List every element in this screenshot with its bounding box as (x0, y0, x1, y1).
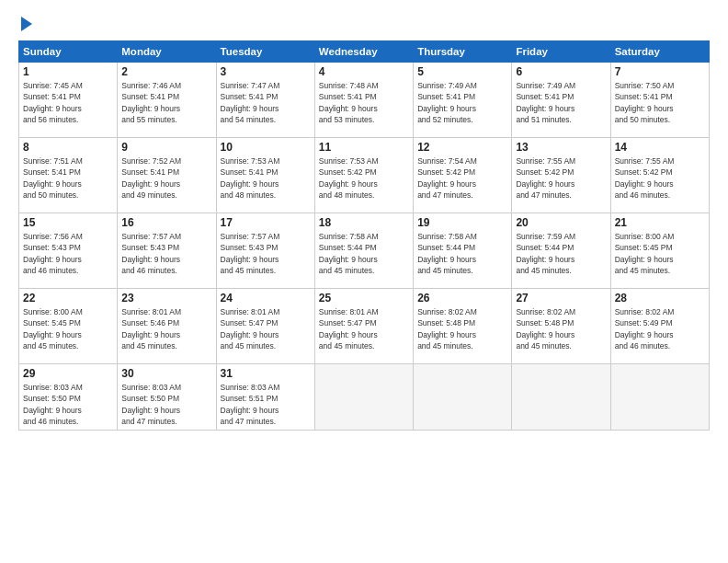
calendar-cell: 8Sunrise: 7:51 AM Sunset: 5:41 PM Daylig… (19, 138, 118, 213)
calendar-cell: 9Sunrise: 7:52 AM Sunset: 5:41 PM Daylig… (118, 138, 216, 213)
day-number: 30 (121, 367, 211, 380)
calendar-cell: 17Sunrise: 7:57 AM Sunset: 5:43 PM Dayli… (216, 213, 314, 289)
day-number: 31 (221, 367, 311, 380)
calendar-cell: 18Sunrise: 7:58 AM Sunset: 5:44 PM Dayli… (314, 213, 413, 289)
day-info: Sunrise: 7:56 AM Sunset: 5:43 PM Dayligh… (23, 231, 113, 276)
calendar-week-row: 15Sunrise: 7:56 AM Sunset: 5:43 PM Dayli… (19, 213, 710, 289)
day-number: 18 (319, 216, 409, 229)
day-info: Sunrise: 8:02 AM Sunset: 5:48 PM Dayligh… (516, 306, 606, 351)
calendar-cell: 1Sunrise: 7:45 AM Sunset: 5:41 PM Daylig… (19, 63, 118, 138)
day-number: 5 (417, 65, 507, 78)
day-number: 10 (221, 141, 311, 154)
calendar-cell: 27Sunrise: 8:02 AM Sunset: 5:48 PM Dayli… (512, 289, 610, 364)
day-info: Sunrise: 7:52 AM Sunset: 5:41 PM Dayligh… (121, 155, 211, 201)
weekday-header-monday: Monday (118, 41, 216, 63)
weekday-header-thursday: Thursday (414, 41, 512, 63)
day-info: Sunrise: 7:55 AM Sunset: 5:42 PM Dayligh… (516, 155, 606, 201)
calendar-cell: 7Sunrise: 7:50 AM Sunset: 5:41 PM Daylig… (610, 63, 709, 138)
day-info: Sunrise: 7:57 AM Sunset: 5:43 PM Dayligh… (121, 231, 211, 276)
day-number: 8 (23, 141, 113, 154)
day-number: 1 (23, 65, 113, 78)
calendar-cell: 4Sunrise: 7:48 AM Sunset: 5:41 PM Daylig… (314, 63, 413, 138)
day-number: 26 (417, 292, 507, 304)
day-info: Sunrise: 7:47 AM Sunset: 5:41 PM Dayligh… (221, 80, 311, 125)
day-info: Sunrise: 8:00 AM Sunset: 5:45 PM Dayligh… (615, 231, 705, 276)
day-info: Sunrise: 7:57 AM Sunset: 5:43 PM Dayligh… (221, 231, 311, 276)
calendar-table: SundayMondayTuesdayWednesdayThursdayFrid… (18, 40, 710, 431)
day-info: Sunrise: 7:58 AM Sunset: 5:44 PM Dayligh… (417, 231, 507, 276)
day-info: Sunrise: 7:59 AM Sunset: 5:44 PM Dayligh… (516, 231, 606, 276)
calendar-week-row: 8Sunrise: 7:51 AM Sunset: 5:41 PM Daylig… (19, 138, 710, 213)
day-info: Sunrise: 7:50 AM Sunset: 5:41 PM Dayligh… (615, 80, 705, 125)
calendar-cell: 2Sunrise: 7:46 AM Sunset: 5:41 PM Daylig… (118, 63, 216, 138)
day-info: Sunrise: 7:45 AM Sunset: 5:41 PM Dayligh… (23, 80, 113, 125)
weekday-header-wednesday: Wednesday (314, 41, 413, 63)
day-number: 29 (23, 367, 113, 380)
calendar-cell: 15Sunrise: 7:56 AM Sunset: 5:43 PM Dayli… (19, 213, 118, 289)
day-info: Sunrise: 7:49 AM Sunset: 5:41 PM Dayligh… (417, 80, 507, 125)
day-number: 28 (615, 292, 705, 304)
day-number: 11 (319, 141, 409, 154)
day-number: 4 (319, 65, 409, 78)
calendar-cell: 25Sunrise: 8:01 AM Sunset: 5:47 PM Dayli… (314, 289, 413, 364)
calendar-cell: 13Sunrise: 7:55 AM Sunset: 5:42 PM Dayli… (512, 138, 610, 213)
day-info: Sunrise: 8:03 AM Sunset: 5:50 PM Dayligh… (121, 382, 211, 427)
calendar-cell: 22Sunrise: 8:00 AM Sunset: 5:45 PM Dayli… (19, 289, 118, 364)
calendar-cell: 11Sunrise: 7:53 AM Sunset: 5:42 PM Dayli… (314, 138, 413, 213)
weekday-header-friday: Friday (512, 41, 610, 63)
day-number: 6 (516, 65, 606, 78)
day-number: 15 (23, 216, 113, 229)
day-info: Sunrise: 8:01 AM Sunset: 5:47 PM Dayligh… (319, 306, 409, 351)
calendar-cell: 6Sunrise: 7:49 AM Sunset: 5:41 PM Daylig… (512, 63, 610, 138)
day-info: Sunrise: 7:53 AM Sunset: 5:41 PM Dayligh… (221, 155, 311, 201)
day-info: Sunrise: 8:03 AM Sunset: 5:50 PM Dayligh… (23, 382, 113, 427)
calendar-cell: 19Sunrise: 7:58 AM Sunset: 5:44 PM Dayli… (414, 213, 512, 289)
day-number: 16 (121, 216, 211, 229)
weekday-header-row: SundayMondayTuesdayWednesdayThursdayFrid… (19, 41, 710, 63)
calendar-cell: 26Sunrise: 8:02 AM Sunset: 5:48 PM Dayli… (414, 289, 512, 364)
day-number: 9 (121, 141, 211, 154)
calendar-cell: 3Sunrise: 7:47 AM Sunset: 5:41 PM Daylig… (216, 63, 314, 138)
calendar-cell (610, 364, 709, 431)
day-info: Sunrise: 8:02 AM Sunset: 5:48 PM Dayligh… (417, 306, 507, 351)
weekday-header-sunday: Sunday (19, 41, 118, 63)
day-info: Sunrise: 7:54 AM Sunset: 5:42 PM Dayligh… (417, 155, 507, 201)
calendar-page: SundayMondayTuesdayWednesdayThursdayFrid… (0, 0, 728, 563)
day-number: 3 (221, 65, 311, 78)
calendar-cell: 14Sunrise: 7:55 AM Sunset: 5:42 PM Dayli… (610, 138, 709, 213)
day-number: 20 (516, 216, 606, 229)
day-number: 19 (417, 216, 507, 229)
calendar-week-row: 29Sunrise: 8:03 AM Sunset: 5:50 PM Dayli… (19, 364, 710, 431)
day-number: 21 (615, 216, 705, 229)
day-number: 2 (121, 65, 211, 78)
calendar-cell: 21Sunrise: 8:00 AM Sunset: 5:45 PM Dayli… (610, 213, 709, 289)
calendar-cell (414, 364, 512, 431)
calendar-cell: 10Sunrise: 7:53 AM Sunset: 5:41 PM Dayli… (216, 138, 314, 213)
calendar-cell: 16Sunrise: 7:57 AM Sunset: 5:43 PM Dayli… (118, 213, 216, 289)
calendar-cell: 20Sunrise: 7:59 AM Sunset: 5:44 PM Dayli… (512, 213, 610, 289)
day-info: Sunrise: 7:49 AM Sunset: 5:41 PM Dayligh… (516, 80, 606, 125)
day-info: Sunrise: 7:55 AM Sunset: 5:42 PM Dayligh… (615, 155, 705, 201)
calendar-cell: 28Sunrise: 8:02 AM Sunset: 5:49 PM Dayli… (610, 289, 709, 364)
day-info: Sunrise: 7:53 AM Sunset: 5:42 PM Dayligh… (319, 155, 409, 201)
weekday-header-tuesday: Tuesday (216, 41, 314, 63)
calendar-cell (314, 364, 413, 431)
calendar-cell: 24Sunrise: 8:01 AM Sunset: 5:47 PM Dayli… (216, 289, 314, 364)
day-info: Sunrise: 8:03 AM Sunset: 5:51 PM Dayligh… (221, 382, 311, 427)
day-info: Sunrise: 7:46 AM Sunset: 5:41 PM Dayligh… (121, 80, 211, 125)
day-info: Sunrise: 8:01 AM Sunset: 5:47 PM Dayligh… (221, 306, 311, 351)
day-number: 13 (516, 141, 606, 154)
day-number: 12 (417, 141, 507, 154)
day-number: 23 (121, 292, 211, 304)
day-number: 14 (615, 141, 705, 154)
day-info: Sunrise: 7:48 AM Sunset: 5:41 PM Dayligh… (319, 80, 409, 125)
calendar-cell: 5Sunrise: 7:49 AM Sunset: 5:41 PM Daylig… (414, 63, 512, 138)
calendar-cell (512, 364, 610, 431)
day-info: Sunrise: 7:58 AM Sunset: 5:44 PM Dayligh… (319, 231, 409, 276)
day-info: Sunrise: 8:02 AM Sunset: 5:49 PM Dayligh… (615, 306, 705, 351)
day-number: 27 (516, 292, 606, 304)
day-number: 17 (221, 216, 311, 229)
calendar-cell: 30Sunrise: 8:03 AM Sunset: 5:50 PM Dayli… (118, 364, 216, 431)
day-number: 22 (23, 292, 113, 304)
header (18, 15, 710, 31)
